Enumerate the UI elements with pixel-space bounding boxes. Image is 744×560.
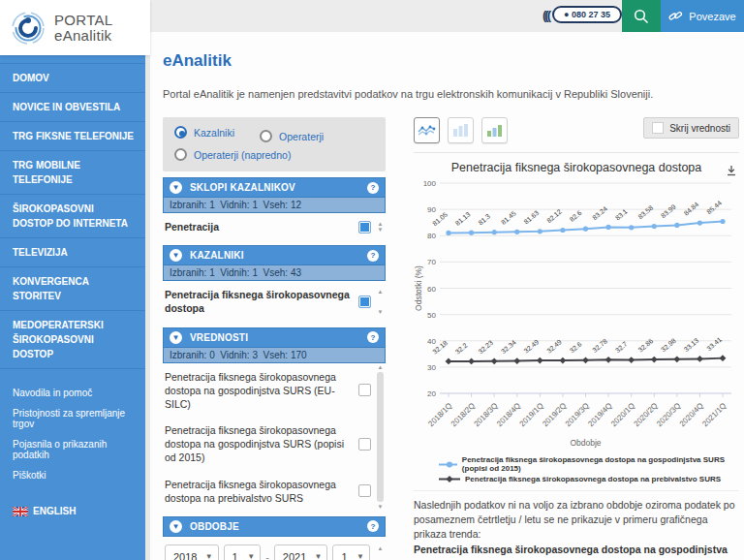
language-switch[interactable]: ENGLISH [0, 501, 145, 521]
link-icon [668, 10, 683, 22]
svg-text:2019/3Q: 2019/3Q [564, 401, 591, 428]
radio-kazalniki-label: Kazalniki [194, 127, 234, 139]
phone-text: 080 27 35 [572, 10, 610, 19]
sidebar-item-medoperaterski[interactable]: MEDOPERATERSKI ŠIROKOPASOVNI DOSTOP [0, 311, 145, 369]
collapse-icon[interactable]: ▼ [170, 249, 182, 262]
phone-dot: ● [564, 10, 572, 19]
svg-text:2020/3Q: 2020/3Q [655, 401, 682, 428]
svg-text:2018/3Q: 2018/3Q [473, 401, 500, 428]
help-icon[interactable]: ? [367, 182, 379, 194]
legend-marker-icon [439, 475, 460, 483]
radio-kazalniki[interactable]: Kazalniki [174, 126, 234, 139]
item-label: Penetracija [165, 220, 358, 233]
list-item[interactable]: Penetracija fiksnega širokopasovnega dos… [163, 281, 386, 321]
checkbox[interactable] [358, 296, 371, 308]
from-year-select[interactable]: 2018▼ [165, 544, 219, 560]
scrollbar[interactable]: ▲▼ [375, 220, 386, 233]
section-stats: Izbranih: 1 Vidnih: 1 Vseh: 12 [163, 198, 386, 213]
scrollbar[interactable]: ▲▼ [375, 363, 386, 511]
svg-text:32.78: 32.78 [591, 337, 608, 354]
list-item[interactable]: Penetracija fiksnega širokopasovnega dos… [163, 471, 375, 511]
download-icon[interactable] [726, 163, 737, 180]
legend-marker-icon [439, 460, 457, 469]
sidebar-item-televizija[interactable]: TELEVIZIJA [0, 238, 145, 267]
list-item[interactable]: Penetracija ▲▼ [163, 213, 386, 239]
to-year-select[interactable]: 2021▼ [274, 544, 328, 560]
search-icon [634, 9, 649, 24]
svg-text:81.3: 81.3 [477, 212, 491, 226]
legend-item-prebivalstvo[interactable]: Penetracija fiksnega širokopasovnega dos… [439, 475, 739, 483]
sidebar-item-konvergenca[interactable]: KONVERGENCA STORITEV [0, 267, 145, 311]
svg-text:2020/2Q: 2020/2Q [633, 401, 660, 428]
to-year-value: 2021 [283, 551, 306, 560]
svg-text:83.99: 83.99 [660, 203, 677, 220]
scrollbar[interactable]: ▲▼ [375, 544, 386, 560]
svg-text:84.84: 84.84 [683, 201, 700, 217]
filter-panel: Kazalniki Operaterji Operaterji (napredn… [163, 117, 386, 560]
svg-text:33.41: 33.41 [705, 336, 723, 353]
note-highlight: Penetracija fiksnega širokopasovnega dos… [414, 544, 728, 560]
to-quarter-select[interactable]: 1▼ [332, 544, 370, 560]
collapse-icon[interactable]: ▼ [170, 520, 182, 533]
logo[interactable]: PORTAL eAnalitik [0, 0, 150, 55]
help-icon[interactable]: ? [367, 250, 379, 262]
list-item[interactable]: Penetracija fiksnega širokopasovnega dos… [163, 363, 375, 418]
svg-text:2020/4Q: 2020/4Q [678, 401, 705, 428]
svg-text:82.12: 82.12 [545, 208, 563, 225]
svg-text:85.44: 85.44 [705, 200, 723, 216]
search-button[interactable] [622, 0, 661, 32]
sidebar-link-pojasnila[interactable]: Pojasnila o prikazanih podatkih [0, 434, 145, 465]
mode-radio-group: Kazalniki Operaterji Operaterji (napredn… [163, 117, 386, 171]
sidebar-item-novice[interactable]: NOVICE IN OBVESTILA [0, 93, 145, 122]
logo-line2: eAnalitik [54, 28, 112, 44]
checkbox[interactable] [358, 484, 371, 497]
from-quarter-value: 1 [232, 551, 238, 560]
list-item[interactable]: Penetracija fiksnega širokopasovnega dos… [163, 417, 375, 471]
radio-operaterji[interactable]: Operaterji [260, 126, 324, 146]
logo-line1: PORTAL [54, 13, 112, 28]
svg-text:32.98: 32.98 [660, 337, 677, 354]
intro-text: Portal eAnalitik je namenjen predstavitv… [163, 88, 653, 100]
sidebar-link-piskotki[interactable]: Piškotki [0, 465, 145, 485]
legend-item-gospodinjstva[interactable]: Penetracija fiksnega širokopasovnega dos… [439, 455, 739, 473]
legend-label: Penetracija fiksnega širokopasovnega dos… [462, 455, 739, 473]
sidebar-item-sirokopasovni[interactable]: ŠIROKOPASOVNI DOSTOP DO INTERNETA [0, 195, 145, 238]
language-label: ENGLISH [33, 506, 76, 516]
from-quarter-select[interactable]: 1▼ [224, 544, 262, 560]
collapse-icon[interactable]: ▼ [170, 181, 182, 194]
section-title: KAZALNIKI [190, 250, 359, 261]
svg-text:2018/4Q: 2018/4Q [495, 401, 522, 428]
item-label: Penetracija fiksnega širokopasovnega dos… [165, 370, 358, 412]
checkbox[interactable] [358, 438, 371, 451]
hide-values-checkbox[interactable] [652, 122, 664, 134]
sidebar: DOMOV NOVICE IN OBVESTILA TRG FIKSNE TEL… [0, 55, 145, 560]
help-icon[interactable]: ? [367, 331, 379, 343]
column-chart-type-button[interactable] [481, 117, 508, 143]
radio-operaterji-label: Operaterji [279, 131, 324, 142]
scrollbar[interactable]: ▲▼ [375, 288, 386, 315]
sidebar-item-domov[interactable]: DOMOV [0, 64, 145, 93]
from-year-value: 2018 [173, 551, 197, 560]
section-title: SKLOPI KAZALNIKOV [190, 182, 359, 193]
section-obdobje: ▼ OBDOBJE ? 2018▼ 1▼ - 2021▼ 1▼ ▲▼ [163, 516, 386, 560]
sidebar-item-trg-mobilne[interactable]: TRG MOBILNE TELEFONIJE [0, 151, 145, 195]
sidebar-link-pristojnosti[interactable]: Pristojnosti za spremljanje trgov [0, 403, 145, 434]
checkbox[interactable] [358, 384, 371, 396]
collapse-icon[interactable]: ▼ [170, 331, 182, 344]
line-chart-type-button[interactable] [414, 117, 440, 143]
hide-values-button[interactable]: Skrij vrednosti [643, 117, 739, 139]
phone-number: ((( ● 080 27 35 [542, 6, 622, 23]
sidebar-link-navodila[interactable]: Navodila in pomoč [0, 383, 145, 403]
help-icon[interactable]: ? [367, 520, 379, 532]
radio-operaterji-napredno[interactable]: Operaterji (napredno) [174, 148, 374, 161]
povezave-button[interactable]: Povezave [661, 0, 744, 32]
svg-text:50: 50 [427, 311, 436, 320]
svg-text:82.6: 82.6 [569, 209, 583, 223]
sidebar-item-trg-fiksne[interactable]: TRG FIKSNE TELEFONIJE [0, 122, 145, 151]
logo-icon [10, 10, 46, 47]
section-stats: Izbranih: 0 Vidnih: 3 Vseh: 170 [163, 348, 386, 363]
checkbox[interactable] [358, 221, 371, 233]
svg-text:2020/1Q: 2020/1Q [609, 401, 636, 428]
svg-text:2019/4Q: 2019/4Q [586, 401, 613, 428]
bar-chart-type-button[interactable] [448, 117, 474, 143]
